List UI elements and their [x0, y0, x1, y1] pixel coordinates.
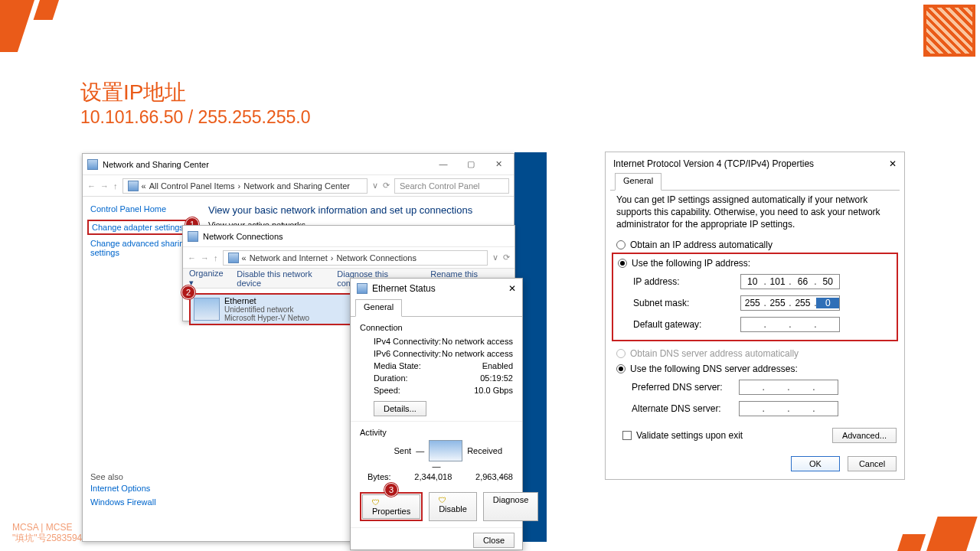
maximize-button[interactable]: ▢: [460, 159, 482, 169]
folder-icon: [228, 253, 239, 263]
nav-up[interactable]: ↑: [113, 181, 118, 191]
sent-label: Sent: [394, 446, 412, 455]
close-button[interactable]: ✕: [508, 283, 516, 294]
ipv4-conn-label: IPv4 Connectivity:: [374, 337, 441, 346]
obtain-ip-auto-radio[interactable]: Obtain an IP address automatically: [616, 237, 893, 253]
tab-general[interactable]: General: [615, 173, 662, 191]
properties-button-highlight: Properties 3: [360, 492, 423, 521]
preferred-dns-input[interactable]: . . .: [739, 380, 838, 395]
change-adapter-settings-label: Change adapter settings: [92, 223, 184, 232]
titlebar: Network and Sharing Center — ▢ ✕: [83, 154, 514, 175]
adapter-status: Unidentified network: [224, 305, 309, 314]
validate-settings-checkbox[interactable]: Validate settings upon exit: [613, 425, 752, 445]
breadcrumb[interactable]: « Network and Internet › Network Connect…: [223, 250, 488, 266]
bytes-sent-value: 2,344,018: [414, 472, 452, 481]
nav-back[interactable]: ←: [87, 181, 96, 191]
diagnose-button[interactable]: Diagnose: [483, 492, 538, 521]
close-button[interactable]: ✕: [488, 159, 509, 169]
default-gateway-label: Default gateway:: [633, 319, 740, 330]
breadcrumb-seg-1[interactable]: Network and Internet: [250, 253, 328, 262]
alternate-dns-input[interactable]: . . .: [739, 401, 838, 416]
preferred-dns-label: Preferred DNS server:: [632, 382, 739, 393]
mask-oct-2[interactable]: 255: [766, 298, 789, 308]
ip-address-label: IP address:: [633, 276, 740, 287]
ipv6-conn-label: IPv6 Connectivity:: [374, 349, 441, 358]
page-heading: View your basic network information and …: [208, 204, 503, 216]
details-button[interactable]: Details...: [374, 401, 426, 416]
qr-code: [923, 5, 975, 57]
titlebar: Network Connections: [183, 226, 514, 247]
windows-firewall-link[interactable]: Windows Firewall: [90, 495, 190, 509]
default-gateway-input[interactable]: . . .: [740, 317, 840, 332]
cancel-button[interactable]: Cancel: [848, 456, 897, 471]
properties-button[interactable]: Properties: [362, 494, 420, 519]
nav-up[interactable]: ↑: [214, 253, 218, 262]
callout-badge-2: 2: [181, 285, 195, 299]
network-connections-icon: [188, 231, 198, 242]
footer-line-1: MCSA | MCSE: [12, 522, 72, 533]
ip-oct-3[interactable]: 66: [792, 276, 814, 287]
organize-menu[interactable]: Organize ▾: [189, 269, 224, 288]
minimize-button[interactable]: —: [433, 159, 454, 169]
breadcrumb-seg-1[interactable]: All Control Panel Items: [149, 181, 235, 191]
slide-subtitle: 10.101.66.50 / 255.255.255.0: [80, 107, 311, 128]
breadcrumb[interactable]: « All Control Panel Items › Network and …: [122, 178, 368, 194]
obtain-ip-auto-label: Obtain an IP address automatically: [630, 240, 773, 250]
decoration-bottom-right: [882, 509, 966, 551]
media-state-label: Media State:: [374, 361, 421, 370]
disable-device-button[interactable]: Disable this network device: [237, 269, 325, 288]
callout-badge-3: 3: [384, 483, 398, 497]
mask-oct-3[interactable]: 255: [792, 298, 814, 308]
use-following-dns-radio[interactable]: Use the following DNS server addresses:: [616, 361, 893, 377]
checkbox-icon: [622, 431, 632, 440]
dialog-title: Internet Protocol Version 4 (TCP/IPv4) P…: [613, 158, 814, 169]
mask-oct-1[interactable]: 255: [741, 298, 763, 308]
window-title: Network and Sharing Center: [103, 160, 209, 169]
search-input[interactable]: Search Control Panel: [394, 178, 509, 194]
validate-settings-label: Validate settings upon exit: [636, 430, 743, 441]
use-following-ip-label: Use the following IP address:: [632, 258, 750, 269]
nav-forward[interactable]: →: [100, 181, 109, 191]
use-ip-section-highlight: Use the following IP address: IP address…: [612, 253, 898, 341]
control-panel-icon: [87, 159, 98, 170]
tabset: General: [351, 298, 522, 317]
use-following-ip-radio[interactable]: Use the following IP address:: [618, 256, 892, 271]
control-panel-home-link[interactable]: Control Panel Home: [90, 204, 190, 214]
bytes-label: Bytes:: [368, 472, 391, 481]
description-text: You can get IP settings assigned automat…: [606, 191, 904, 237]
internet-options-link[interactable]: Internet Options: [90, 481, 190, 495]
breadcrumb-seg-2[interactable]: Network and Sharing Center: [243, 181, 350, 191]
nav-back[interactable]: ←: [188, 253, 196, 262]
ip-oct-4[interactable]: 50: [816, 276, 838, 287]
tab-general[interactable]: General: [355, 299, 402, 317]
address-bar: ← → ↑ « Network and Internet › Network C…: [183, 247, 514, 269]
media-state-value: Enabled: [482, 361, 513, 370]
change-advanced-sharing-link[interactable]: Change advanced sharing settings: [90, 236, 190, 259]
subnet-mask-label: Subnet mask:: [633, 298, 740, 308]
ipv6-conn-value: No network access: [442, 349, 513, 358]
obtain-dns-auto-label: Obtain DNS server address automatically: [630, 348, 799, 359]
dialog-title: Ethernet Status: [372, 283, 436, 294]
ip-oct-1[interactable]: 10: [741, 276, 763, 287]
nav-forward[interactable]: →: [201, 253, 209, 262]
disable-button[interactable]: Disable: [429, 492, 477, 521]
ethernet-adapter-item[interactable]: Ethernet Unidentified network Microsoft …: [189, 293, 354, 325]
change-adapter-settings-link[interactable]: Change adapter settings 1: [87, 220, 193, 235]
activity-icon: [429, 440, 462, 461]
mask-oct-4[interactable]: 0: [816, 298, 838, 308]
adapter-icon: [194, 298, 220, 321]
ipv4-conn-value: No network access: [442, 337, 513, 346]
ok-button[interactable]: OK: [791, 456, 840, 471]
close-button[interactable]: Close: [473, 533, 514, 548]
folder-icon: [128, 181, 139, 191]
close-button[interactable]: ✕: [889, 158, 897, 169]
breadcrumb-seg-2[interactable]: Network Connections: [336, 253, 416, 262]
connection-group-label: Connection: [360, 323, 513, 332]
footer-line-2: "填坑"号258359444: [12, 532, 93, 545]
use-following-dns-label: Use the following DNS server addresses:: [630, 364, 798, 374]
ip-address-input[interactable]: 10. 101. 66. 50: [740, 274, 840, 289]
speed-value: 10.0 Gbps: [474, 386, 513, 395]
subnet-mask-input[interactable]: 255. 255. 255. 0: [740, 295, 840, 311]
ip-oct-2[interactable]: 101: [766, 276, 789, 287]
advanced-button[interactable]: Advanced...: [832, 428, 897, 443]
